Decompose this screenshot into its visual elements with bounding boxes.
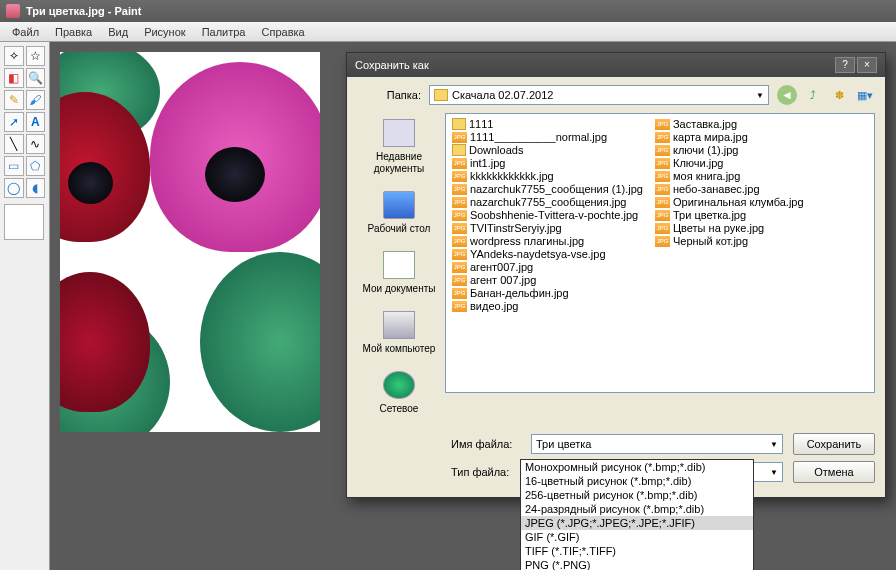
file-item[interactable]: JPGSoobshhenie-Tvittera-v-pochte.jpg bbox=[452, 209, 643, 221]
nav-views-button[interactable]: ▦▾ bbox=[855, 85, 875, 105]
file-item[interactable]: JPGключи (1).jpg bbox=[655, 144, 804, 156]
file-item[interactable]: JPGагент007.jpg bbox=[452, 261, 643, 273]
file-name: Soobshhenie-Tvittera-v-pochte.jpg bbox=[470, 209, 638, 221]
tool-magnifier[interactable]: 🔍 bbox=[26, 68, 46, 88]
file-name: Downloads bbox=[469, 144, 523, 156]
place-recent[interactable]: Недавние документы bbox=[357, 113, 441, 185]
app-titlebar: Три цветка.jpg - Paint bbox=[0, 0, 896, 22]
place-computer[interactable]: Мой компьютер bbox=[357, 305, 441, 365]
jpg-icon: JPG bbox=[655, 132, 670, 143]
filetype-option[interactable]: 256-цветный рисунок (*.bmp;*.dib) bbox=[521, 488, 753, 502]
file-item[interactable]: JPGЧерный кот.jpg bbox=[655, 235, 804, 247]
file-list-pane[interactable]: 1111JPG1111__________normal.jpgDownloads… bbox=[445, 113, 875, 393]
menu-edit[interactable]: Правка bbox=[47, 24, 100, 40]
file-item[interactable]: Downloads bbox=[452, 144, 643, 156]
file-item[interactable]: JPGкарта мира.jpg bbox=[655, 131, 804, 143]
file-name: агент 007.jpg bbox=[470, 274, 536, 286]
jpg-icon: JPG bbox=[655, 145, 670, 156]
file-name: агент007.jpg bbox=[470, 261, 533, 273]
file-item[interactable]: JPGnazarchuk7755_сообщения.jpg bbox=[452, 196, 643, 208]
dialog-titlebar[interactable]: Сохранить как ? × bbox=[347, 53, 885, 77]
file-item[interactable]: JPGКлючи.jpg bbox=[655, 157, 804, 169]
filetype-dropdown[interactable]: Монохромный рисунок (*.bmp;*.dib) 16-цве… bbox=[520, 459, 754, 570]
place-network[interactable]: Сетевое bbox=[357, 365, 441, 425]
file-item[interactable]: JPGint1.jpg bbox=[452, 157, 643, 169]
tool-brush[interactable]: 🖌 bbox=[26, 90, 46, 110]
file-item[interactable]: JPGkkkkkkkkkkkk.jpg bbox=[452, 170, 643, 182]
nav-up-button[interactable]: ⤴ bbox=[803, 85, 823, 105]
tool-rounded-rect[interactable]: ◖ bbox=[26, 178, 46, 198]
file-item[interactable]: JPGYAndeks-naydetsya-vse.jpg bbox=[452, 248, 643, 260]
file-item[interactable]: JPGnazarchuk7755_сообщения (1).jpg bbox=[452, 183, 643, 195]
menu-help[interactable]: Справка bbox=[254, 24, 313, 40]
tool-polygon[interactable]: ⬠ bbox=[26, 156, 46, 176]
filetype-option[interactable]: PNG (*.PNG) bbox=[521, 558, 753, 570]
folder-value: Скачала 02.07.2012 bbox=[452, 89, 553, 101]
close-button[interactable]: × bbox=[857, 57, 877, 73]
filetype-option[interactable]: TIFF (*.TIF;*.TIFF) bbox=[521, 544, 753, 558]
jpg-icon: JPG bbox=[655, 184, 670, 195]
place-documents[interactable]: Мои документы bbox=[357, 245, 441, 305]
file-name: Заставка.jpg bbox=[673, 118, 737, 130]
filetype-option[interactable]: GIF (*.GIF) bbox=[521, 530, 753, 544]
nav-newfolder-button[interactable]: ✽ bbox=[829, 85, 849, 105]
file-item[interactable]: JPGЦветы на руке.jpg bbox=[655, 222, 804, 234]
tool-curve[interactable]: ∿ bbox=[26, 134, 46, 154]
folder-combo[interactable]: Скачала 02.07.2012 ▼ bbox=[429, 85, 769, 105]
file-name: Ключи.jpg bbox=[673, 157, 723, 169]
tool-options-swatch bbox=[4, 204, 44, 240]
file-name: Банан-дельфин.jpg bbox=[470, 287, 569, 299]
file-name: Цветы на руке.jpg bbox=[673, 222, 764, 234]
tool-freeform-select[interactable]: ✧ bbox=[4, 46, 24, 66]
file-name: моя книга.jpg bbox=[673, 170, 740, 182]
file-item[interactable]: 1111 bbox=[452, 118, 643, 130]
canvas-image[interactable] bbox=[60, 52, 320, 432]
tool-text[interactable]: A bbox=[26, 112, 46, 132]
tool-pick-color[interactable]: ➚ bbox=[4, 112, 24, 132]
cancel-button[interactable]: Отмена bbox=[793, 461, 875, 483]
file-name: Черный кот.jpg bbox=[673, 235, 748, 247]
menu-palette[interactable]: Палитра bbox=[194, 24, 254, 40]
menu-image[interactable]: Рисунок bbox=[136, 24, 194, 40]
app-title: Три цветка.jpg - Paint bbox=[26, 5, 141, 17]
file-item[interactable]: JPGнебо-занавес.jpg bbox=[655, 183, 804, 195]
filetype-option[interactable]: Монохромный рисунок (*.bmp;*.dib) bbox=[521, 460, 753, 474]
file-item[interactable]: JPGвидео.jpg bbox=[452, 300, 643, 312]
file-item[interactable]: JPG1111__________normal.jpg bbox=[452, 131, 643, 143]
file-item[interactable]: JPGTVITinstrSeryiy.jpg bbox=[452, 222, 643, 234]
file-item[interactable]: JPGwordpress плагины.jpg bbox=[452, 235, 643, 247]
filetype-label: Тип файла: bbox=[451, 466, 521, 478]
save-button[interactable]: Сохранить bbox=[793, 433, 875, 455]
tool-line[interactable]: ╲ bbox=[4, 134, 24, 154]
jpg-icon: JPG bbox=[655, 236, 670, 247]
nav-back-button[interactable]: ◄ bbox=[777, 85, 797, 105]
tool-select[interactable]: ☆ bbox=[26, 46, 46, 66]
file-name: wordpress плагины.jpg bbox=[470, 235, 584, 247]
tool-eraser[interactable]: ◧ bbox=[4, 68, 24, 88]
tool-pencil[interactable]: ✎ bbox=[4, 90, 24, 110]
jpg-icon: JPG bbox=[655, 223, 670, 234]
file-name: небо-занавес.jpg bbox=[673, 183, 760, 195]
tool-rectangle[interactable]: ▭ bbox=[4, 156, 24, 176]
jpg-icon: JPG bbox=[452, 197, 467, 208]
filetype-option[interactable]: 16-цветный рисунок (*.bmp;*.dib) bbox=[521, 474, 753, 488]
filetype-option-selected[interactable]: JPEG (*.JPG;*.JPEG;*.JPE;*.JFIF) bbox=[521, 516, 753, 530]
filename-label: Имя файла: bbox=[451, 438, 521, 450]
folder-icon bbox=[434, 89, 448, 101]
file-item[interactable]: JPGБанан-дельфин.jpg bbox=[452, 287, 643, 299]
menu-view[interactable]: Вид bbox=[100, 24, 136, 40]
file-name: nazarchuk7755_сообщения (1).jpg bbox=[470, 183, 643, 195]
file-item[interactable]: JPGОригинальная клумба.jpg bbox=[655, 196, 804, 208]
file-name: nazarchuk7755_сообщения.jpg bbox=[470, 196, 626, 208]
file-item[interactable]: JPGмоя книга.jpg bbox=[655, 170, 804, 182]
file-item[interactable]: JPGТри цветка.jpg bbox=[655, 209, 804, 221]
filetype-option[interactable]: 24-разрядный рисунок (*.bmp;*.dib) bbox=[521, 502, 753, 516]
tool-ellipse[interactable]: ◯ bbox=[4, 178, 24, 198]
file-item[interactable]: JPGагент 007.jpg bbox=[452, 274, 643, 286]
filename-input[interactable]: Три цветка▼ bbox=[531, 434, 783, 454]
place-desktop[interactable]: Рабочий стол bbox=[357, 185, 441, 245]
jpg-icon: JPG bbox=[452, 301, 467, 312]
menu-file[interactable]: Файл bbox=[4, 24, 47, 40]
help-button[interactable]: ? bbox=[835, 57, 855, 73]
file-item[interactable]: JPGЗаставка.jpg bbox=[655, 118, 804, 130]
